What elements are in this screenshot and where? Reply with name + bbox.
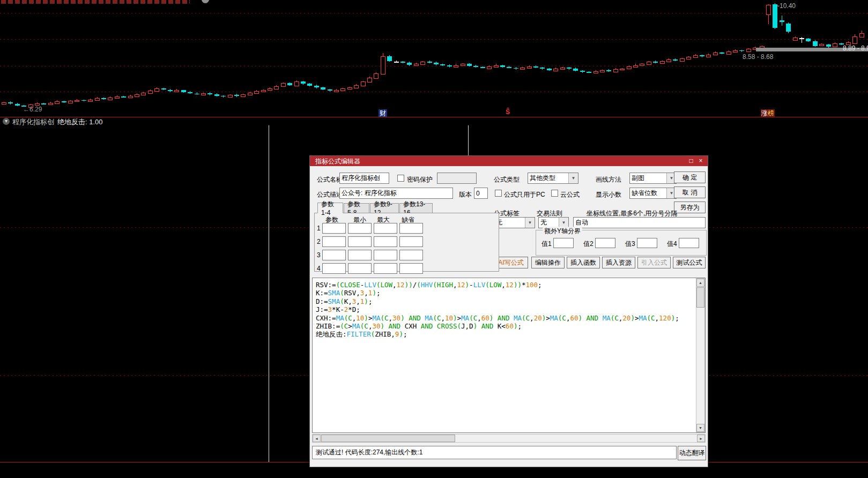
window-help-icon[interactable] <box>202 0 209 3</box>
dynamic-translate-button[interactable]: 动态翻译 <box>678 446 706 460</box>
candle-body <box>440 64 445 65</box>
formula-desc-label: 公式描述 <box>317 190 343 199</box>
param-input-r1c4[interactable] <box>399 223 423 234</box>
candle-body <box>833 43 837 48</box>
candle-body <box>739 50 744 51</box>
extra-y-input-3[interactable] <box>637 238 657 248</box>
scroll-up-icon[interactable]: ▲ <box>696 279 704 287</box>
pc-only-checkbox[interactable] <box>495 190 502 197</box>
candle-body <box>799 38 804 39</box>
candle-body <box>633 65 638 68</box>
formula-tag-select[interactable]: 无 ▼ <box>494 217 535 228</box>
candle-body <box>101 98 106 99</box>
param-input-r3c2[interactable] <box>348 250 372 260</box>
password-protect-checkbox[interactable] <box>397 175 404 182</box>
formula-name-input[interactable]: 程序化指标创 <box>339 173 389 184</box>
tab-参数13-16[interactable]: 参数13-16 <box>399 203 433 213</box>
param-row-number: 3 <box>317 251 321 259</box>
maximize-icon[interactable]: □ <box>687 157 695 165</box>
param-input-r2c1[interactable] <box>322 236 346 247</box>
action-button-插入函数[interactable]: 插入函数 <box>567 257 600 268</box>
decimals-select[interactable]: 缺省位数 ▼ <box>629 188 677 199</box>
formula-type-select[interactable]: 其他类型 ▼ <box>528 173 578 184</box>
code-hscrollbar[interactable]: ◄ ► <box>312 434 706 443</box>
candle-body <box>420 62 425 65</box>
candle-body <box>454 65 458 68</box>
candle-body <box>62 101 66 102</box>
candle-body <box>806 39 811 41</box>
param-input-r4c2[interactable] <box>348 263 372 274</box>
param-input-r1c2[interactable] <box>348 223 372 234</box>
candle-body <box>287 83 292 85</box>
candle-body <box>141 93 146 96</box>
param-input-r2c2[interactable] <box>348 236 372 247</box>
scroll-down-icon[interactable]: ▼ <box>696 424 704 432</box>
param-row-number: 4 <box>317 265 321 272</box>
param-input-r4c1[interactable] <box>322 263 346 274</box>
cloud-formula-checkbox[interactable] <box>551 190 558 197</box>
candle-body <box>400 62 405 63</box>
vscroll-thumb[interactable] <box>696 287 704 308</box>
candle-body <box>813 41 818 46</box>
candle-body <box>500 65 505 67</box>
candle-body <box>480 67 485 68</box>
candle-body <box>381 56 385 75</box>
candle-body <box>108 98 113 100</box>
tab-参数1-4[interactable]: 参数1-4 <box>317 203 343 213</box>
close-icon[interactable]: × <box>697 157 704 165</box>
action-button-引入公式[interactable]: 引入公式 <box>637 257 671 268</box>
candle-body <box>281 83 286 87</box>
hscroll-thumb[interactable] <box>321 435 455 442</box>
version-input[interactable]: 0 <box>474 188 488 199</box>
ok-button[interactable]: 确 定 <box>674 171 706 183</box>
formula-desc-input[interactable]: 公众号: 程序化指标 <box>339 188 453 199</box>
param-input-r2c3[interactable] <box>374 236 397 247</box>
scroll-left-icon[interactable]: ◄ <box>313 435 321 442</box>
candle-body <box>8 102 13 104</box>
extra-y-input-1[interactable] <box>553 238 574 248</box>
draw-method-select[interactable]: 副图 ▼ <box>629 173 677 184</box>
param-row-number: 1 <box>317 225 321 232</box>
candle-body <box>587 72 591 73</box>
cancel-button[interactable]: 取 消 <box>674 186 706 198</box>
param-input-r3c1[interactable] <box>322 250 346 260</box>
candle-body <box>660 61 665 64</box>
param-input-r3c3[interactable] <box>374 250 397 260</box>
code-line: 绝地反击:FILTER(ZHIB,9); <box>316 330 679 338</box>
param-input-r4c3[interactable] <box>374 263 397 274</box>
extra-y-input-4[interactable] <box>679 238 699 248</box>
trading-app-screen: ~10.40 8.58 - 8.68 8.89 - 8.9 ←6.29 财 Ŝ … <box>0 0 868 478</box>
axis-position-input[interactable]: 自动 <box>573 217 706 228</box>
extra-y-axis-legend: 额外Y轴分界 <box>543 227 582 236</box>
collapse-chevron-icon[interactable]: ▾ <box>3 118 10 125</box>
extra-y-input-2[interactable] <box>595 238 615 248</box>
save-as-button[interactable]: 另存为 <box>674 201 706 213</box>
candle-body <box>221 96 226 97</box>
action-button-插入资源[interactable]: 插入资源 <box>602 257 635 268</box>
param-input-r3c4[interactable] <box>399 250 423 260</box>
gridline <box>0 92 868 92</box>
candle-body <box>580 71 585 72</box>
formula-code-editor[interactable]: RSV:=(CLOSE-LLV(LOW,12))/(HHV(HIGH,12)-L… <box>312 278 706 433</box>
param-input-r4c4[interactable] <box>399 263 423 274</box>
param-input-r1c1[interactable] <box>322 223 346 234</box>
version-label: 版本 <box>459 190 472 199</box>
chevron-down-icon[interactable]: ▼ <box>568 173 578 183</box>
candle-body <box>161 88 166 89</box>
tab-参数9-12[interactable]: 参数9-12 <box>370 203 399 213</box>
candle-body <box>321 87 325 89</box>
candle-body <box>374 73 379 78</box>
param-input-r1c3[interactable] <box>374 223 397 234</box>
chevron-down-icon[interactable]: ▼ <box>525 218 535 228</box>
candle-body <box>195 94 199 95</box>
code-vscrollbar[interactable]: ▲ ▼ <box>696 278 705 432</box>
candle-body <box>334 90 339 92</box>
action-button-测试公式[interactable]: 测试公式 <box>673 257 706 268</box>
param-input-r2c4[interactable] <box>399 236 423 247</box>
tab-参数5-8[interactable]: 参数5-8 <box>344 203 369 213</box>
scroll-right-icon[interactable]: ► <box>697 435 705 442</box>
candle-body <box>354 85 359 89</box>
action-button-编辑操作[interactable]: 编辑操作 <box>531 257 565 268</box>
candle-body <box>207 93 212 95</box>
dialog-titlebar[interactable]: 指标公式编辑器 □ × <box>310 156 708 166</box>
